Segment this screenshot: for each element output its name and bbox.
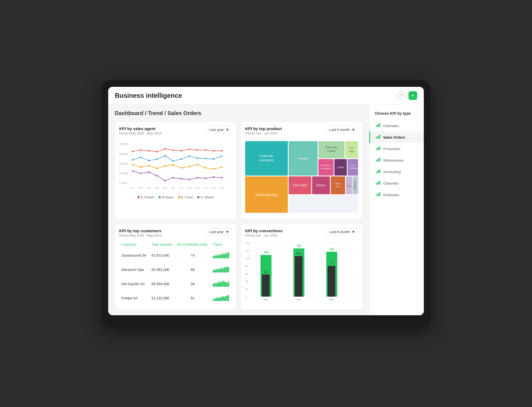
- svg-rect-147: [224, 297, 225, 301]
- table-row: Dynamicsoft Srl 67.873,00€ 74: [119, 248, 232, 263]
- sidebar-item-label: Sales Orders: [383, 135, 405, 139]
- chart-legend: A. Rossini M. Barra E. Como: [119, 196, 232, 199]
- svg-point-50: [164, 165, 166, 167]
- legend-como-label: E. Como: [181, 196, 193, 199]
- svg-rect-148: [225, 296, 226, 301]
- svg-rect-113: [227, 253, 228, 258]
- svg-point-46: [132, 164, 133, 165]
- svg-rect-118: [217, 270, 218, 273]
- svg-point-32: [213, 150, 214, 151]
- svg-rect-187: [377, 136, 378, 139]
- svg-rect-125: [227, 266, 228, 273]
- legend-barra: M. Barra: [159, 196, 173, 199]
- svg-text:Wallpa-per: Wallpa-per: [354, 180, 356, 190]
- svg-point-29: [188, 148, 190, 150]
- svg-point-53: [188, 166, 190, 167]
- kpi-conversions-period-dropdown[interactable]: Last 6 month ▼: [326, 228, 358, 235]
- svg-point-56: [213, 168, 214, 170]
- sidebar-icon-4: [376, 169, 381, 175]
- sidebar-item-production[interactable]: Production: [369, 143, 424, 154]
- device-frame: Business intelligence ? + Dashboard / Tr…: [102, 80, 430, 327]
- svg-text:Mar: Mar: [264, 298, 268, 301]
- svg-rect-195: [377, 159, 378, 162]
- svg-point-34: [132, 159, 133, 160]
- svg-point-39: [172, 160, 174, 162]
- kpi-conversions-header: KPI by convertions Period Jan - Jun 2024…: [245, 228, 358, 237]
- svg-point-24: [148, 150, 150, 151]
- svg-point-48: [148, 165, 150, 166]
- kpi-top-product-subtitle: Period Jan - Jun 2024: [245, 131, 282, 135]
- main-layout: Dashboard / Trend / Sales Orders KPI by …: [108, 105, 424, 315]
- kpi-conversions-title: KPI by convertions: [245, 228, 282, 233]
- kpi-conversions-period-label: Last 6 month: [329, 230, 350, 234]
- kpi-top-product-period-dropdown[interactable]: Last 6 month ▼: [326, 126, 358, 133]
- sidebar-item-wharehouse[interactable]: Wharehouse: [369, 154, 424, 166]
- svg-rect-204: [378, 181, 379, 185]
- svg-point-51: [172, 164, 174, 165]
- svg-text:121: 121: [297, 244, 301, 247]
- svg-text:Avg: Avg: [187, 187, 191, 189]
- kpi-conversions-title-group: KPI by convertions Period Jan - Jun 2024: [245, 228, 282, 237]
- svg-text:packaging: packaging: [259, 158, 273, 162]
- svg-point-55: [205, 167, 206, 168]
- app-window: Business intelligence ? + Dashboard / Tr…: [108, 87, 424, 315]
- svg-point-28: [181, 150, 182, 151]
- kpi-sales-agent-period-dropdown[interactable]: Last year ▼: [206, 126, 232, 133]
- sidebar: Choose KPI by type Estimates Sales Order…: [369, 105, 424, 315]
- legend-como: E. Como: [178, 196, 193, 199]
- svg-point-31: [205, 149, 206, 151]
- sidebar-icon-2: [376, 146, 381, 152]
- svg-text:packaging: packaging: [321, 167, 331, 170]
- svg-rect-111: [224, 254, 225, 258]
- kpi-conversions-subtitle: Period Jan - Jun 2024: [245, 234, 282, 237]
- svg-text:Jun: Jun: [171, 187, 175, 189]
- svg-point-47: [140, 167, 141, 168]
- kpi-top-customers-title-group: KPI by top customers Period May 2023 - M…: [119, 228, 161, 237]
- sidebar-item-channels[interactable]: Channels: [369, 177, 424, 189]
- svg-point-54: [197, 164, 198, 165]
- svg-rect-129: [216, 283, 217, 287]
- sidebar-items-container: Estimates Sales Orders Production: [369, 120, 424, 200]
- sidebar-item-accounting[interactable]: Accounting: [369, 166, 424, 177]
- svg-text:May: May: [329, 298, 334, 301]
- svg-rect-102: [289, 195, 358, 213]
- help-button[interactable]: ?: [397, 91, 406, 100]
- svg-rect-201: [380, 169, 381, 173]
- svg-rect-135: [224, 281, 225, 287]
- svg-point-36: [148, 160, 150, 161]
- svg-rect-106: [217, 255, 218, 258]
- col-amount: Total amount: [149, 241, 175, 248]
- svg-rect-138: [228, 281, 229, 287]
- svg-point-27: [172, 150, 174, 151]
- sidebar-item-sales-orders[interactable]: Sales Orders: [369, 131, 424, 143]
- sidebar-item-employee[interactable]: Employee: [369, 189, 424, 200]
- svg-rect-200: [378, 170, 379, 173]
- svg-rect-139: [213, 299, 214, 301]
- add-button[interactable]: +: [408, 91, 417, 100]
- svg-text:Packaging: Packaging: [348, 167, 357, 169]
- legend-rossini: A. Rossini: [138, 196, 155, 199]
- svg-text:60: 60: [245, 273, 248, 275]
- svg-text:Perfect Binding: Perfect Binding: [255, 193, 278, 197]
- treemap-svg: Food-safe packaging Foamex Flyers and Le…: [245, 139, 358, 215]
- svg-rect-104: [214, 255, 215, 258]
- kpi-top-customers-period-dropdown[interactable]: Last year ▼: [206, 228, 232, 235]
- svg-point-44: [213, 158, 214, 160]
- customer-orders: 69: [175, 263, 211, 277]
- kpi-top-customers-title: KPI by top customers: [119, 228, 161, 233]
- svg-text:Sep: Sep: [196, 187, 200, 189]
- svg-text:Foamex: Foamex: [298, 157, 308, 160]
- sidebar-item-estimates[interactable]: Estimates: [369, 120, 424, 131]
- customer-orders: 56: [175, 277, 211, 291]
- app-title: Business intelligence: [115, 92, 182, 99]
- svg-rect-110: [222, 253, 224, 258]
- svg-text:Cosmetics: Cosmetics: [321, 164, 331, 167]
- svg-rect-198: [376, 171, 377, 173]
- sidebar-item-label: Channels: [383, 181, 398, 185]
- svg-rect-112: [225, 253, 226, 258]
- svg-text:80: 80: [245, 265, 248, 268]
- svg-rect-115: [213, 270, 214, 273]
- customer-amount: 59.494,00€: [149, 277, 175, 291]
- svg-rect-202: [376, 183, 377, 185]
- header-actions: ? +: [397, 91, 417, 100]
